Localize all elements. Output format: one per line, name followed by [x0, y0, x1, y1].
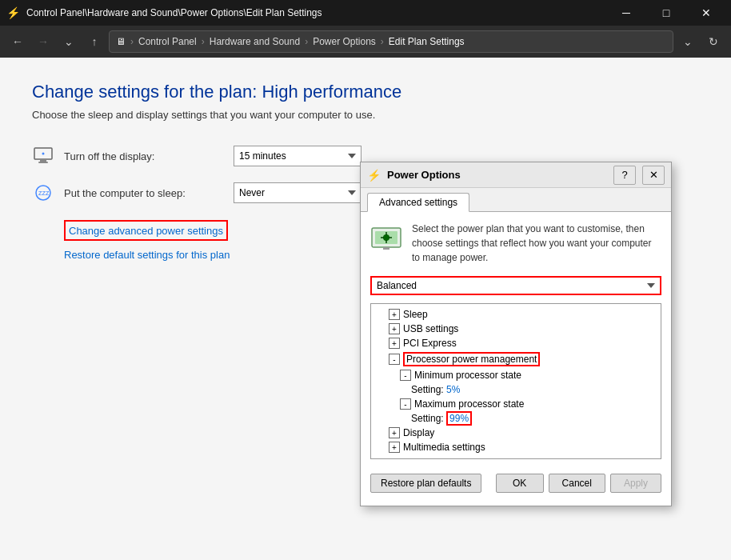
sleep-select[interactable]: Never 1 minute 15 minutes	[234, 182, 362, 203]
monitor-icon	[32, 145, 54, 167]
address-bar: ← → ⌄ ↑ 🖥 › Control Panel › Hardware and…	[0, 26, 731, 58]
breadcrumb-control-panel[interactable]: Control Panel	[138, 36, 197, 47]
page-subtitle: Choose the sleep and display settings th…	[32, 109, 699, 121]
sleep-label: Put the computer to sleep:	[64, 187, 224, 199]
main-content: Change settings for the plan: High perfo…	[0, 58, 731, 560]
restore-plan-defaults-button[interactable]: Restore plan defaults	[370, 474, 481, 493]
dialog-help-button[interactable]: ?	[613, 166, 636, 185]
forward-button[interactable]: →	[32, 30, 54, 53]
tree-item-display[interactable]: + Display	[371, 426, 661, 440]
plan-select-row: Balanced High performance Power saver	[370, 276, 661, 295]
maximize-button[interactable]: □	[648, 0, 685, 26]
processor-expander[interactable]: -	[389, 354, 400, 365]
pci-expander[interactable]: +	[389, 338, 400, 349]
dialog-power-icon	[370, 222, 402, 254]
multimedia-label: Multimedia settings	[403, 442, 485, 453]
breadcrumb-power-options[interactable]: Power Options	[313, 36, 376, 47]
dialog-buttons: Restore plan defaults OK Cancel Apply	[370, 467, 661, 496]
dialog-body: Select the power plan that you want to c…	[361, 212, 671, 506]
breadcrumb-hardware[interactable]: Hardware and Sound	[210, 36, 300, 47]
refresh-button[interactable]: ↻	[702, 30, 725, 53]
svg-text:zzz: zzz	[38, 189, 50, 197]
dialog-info-text: Select the power plan that you want to c…	[412, 222, 661, 265]
pci-label: PCI Express	[403, 338, 457, 349]
dialog-title-bar: ⚡ Power Options ? ✕	[361, 162, 671, 188]
change-advanced-link-box: Change advanced power settings	[64, 220, 228, 241]
up-button[interactable]: ↑	[83, 30, 106, 53]
svg-rect-1	[40, 159, 46, 162]
tree-item-max-setting[interactable]: Setting: 99%	[371, 411, 661, 426]
tree-item-usb[interactable]: + USB settings	[371, 322, 661, 336]
restore-default-button[interactable]: Restore default settings for this plan	[64, 249, 230, 261]
tree-item-min-processor[interactable]: - Minimum processor state	[371, 368, 661, 382]
address-box[interactable]: 🖥 › Control Panel › Hardware and Sound ›…	[109, 30, 673, 53]
dialog-close-button[interactable]: ✕	[642, 166, 665, 185]
power-options-dialog: ⚡ Power Options ? ✕ Advanced settings	[360, 162, 672, 506]
svg-point-9	[383, 234, 389, 241]
usb-expander[interactable]: +	[389, 323, 400, 334]
ok-button[interactable]: OK	[496, 474, 544, 493]
min-proc-label: Minimum processor state	[414, 370, 521, 381]
settings-tree[interactable]: + Sleep + USB settings + PCI Express	[370, 303, 661, 459]
svg-rect-8	[383, 247, 389, 250]
minimize-button[interactable]: ─	[608, 0, 645, 26]
sleep-icon: zzz	[32, 182, 54, 204]
display-label: Turn off the display:	[64, 150, 224, 162]
dialog-icon: ⚡	[367, 169, 381, 182]
dialog-title: Power Options	[387, 169, 607, 181]
tree-item-pci[interactable]: + PCI Express	[371, 336, 661, 350]
title-bar-text: Control Panel\Hardware and Sound\Power O…	[26, 7, 601, 18]
max-proc-label: Maximum processor state	[414, 398, 524, 410]
tree-item-processor[interactable]: - Processor power management	[371, 350, 661, 368]
processor-label: Processor power management	[403, 352, 540, 366]
dropdown-button[interactable]: ⌄	[58, 30, 80, 53]
svg-point-3	[42, 153, 45, 155]
page-title: Change settings for the plan: High perfo…	[32, 82, 699, 102]
display-select[interactable]: 15 minutes 1 minute Never	[234, 146, 362, 166]
display-expander[interactable]: +	[389, 427, 400, 438]
max-setting-label: Setting: 99%	[411, 413, 472, 424]
address-right: ⌄ ↻	[677, 30, 725, 53]
sleep-label: Sleep	[403, 309, 428, 320]
sleep-expander[interactable]: +	[389, 309, 400, 320]
cancel-button[interactable]: Cancel	[549, 474, 605, 493]
dialog-info-row: Select the power plan that you want to c…	[370, 222, 661, 265]
back-button[interactable]: ←	[6, 30, 29, 53]
plan-select[interactable]: Balanced High performance Power saver	[370, 276, 661, 295]
display-tree-label: Display	[403, 427, 434, 438]
tree-item-max-processor[interactable]: - Maximum processor state	[371, 397, 661, 411]
title-bar-controls: ─ □ ✕	[608, 0, 725, 26]
breadcrumb-edit-plan: Edit Plan Settings	[389, 36, 465, 47]
max-proc-expander[interactable]: -	[400, 398, 411, 410]
breadcrumb-icon: 🖥	[116, 36, 126, 47]
usb-label: USB settings	[403, 323, 458, 334]
change-advanced-button[interactable]: Change advanced power settings	[69, 225, 223, 237]
tab-advanced-settings[interactable]: Advanced settings	[367, 193, 469, 212]
close-window-button[interactable]: ✕	[688, 0, 725, 26]
address-dropdown-button[interactable]: ⌄	[677, 30, 699, 53]
title-bar: ⚡ Control Panel\Hardware and Sound\Power…	[0, 0, 731, 26]
svg-rect-2	[38, 162, 48, 163]
apply-button[interactable]: Apply	[610, 474, 661, 493]
min-proc-expander[interactable]: -	[400, 370, 411, 381]
min-setting-label: Setting: 5%	[411, 384, 460, 395]
tree-item-multimedia[interactable]: + Multimedia settings	[371, 440, 661, 454]
tree-item-sleep[interactable]: + Sleep	[371, 307, 661, 322]
tree-item-min-setting[interactable]: Setting: 5%	[371, 382, 661, 397]
app-icon: ⚡	[6, 6, 20, 19]
multimedia-expander[interactable]: +	[389, 442, 400, 453]
dialog-tabs: Advanced settings	[361, 188, 671, 212]
